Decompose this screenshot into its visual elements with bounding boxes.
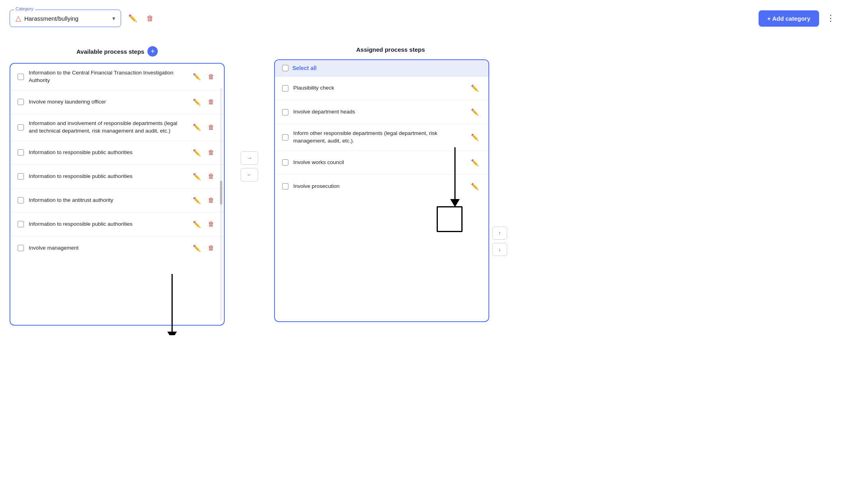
trash-icon: 🗑 (208, 173, 214, 180)
available-item-delete-button[interactable]: 🗑 (206, 170, 217, 182)
assigned-list-item: Involve department heads ✏️ (275, 100, 488, 124)
assigned-list-item: Inform other responsible departments (le… (275, 124, 488, 151)
available-item-delete-button[interactable]: 🗑 (206, 71, 217, 83)
assigned-item-actions: ✏️ (469, 106, 481, 118)
assigned-item-text: Involve works council (293, 159, 464, 166)
delete-category-button[interactable]: 🗑 (144, 12, 156, 25)
assigned-item-edit-button[interactable]: ✏️ (469, 82, 481, 94)
add-category-button[interactable]: + Add category (759, 10, 819, 27)
available-item-delete-button[interactable]: 🗑 (206, 121, 217, 133)
top-bar: Category △ Harassment/bullying ▾ ✏️ 🗑 + … (10, 10, 837, 27)
select-all-checkbox[interactable] (282, 65, 288, 71)
available-item-edit-button[interactable]: ✏️ (190, 194, 203, 207)
available-item-checkbox[interactable] (18, 245, 24, 251)
available-item-delete-button[interactable]: 🗑 (206, 96, 217, 108)
available-item-actions: ✏️ 🗑 (190, 242, 217, 254)
available-item-text: Information to responsible public author… (29, 221, 186, 228)
assigned-item-edit-button[interactable]: ✏️ (469, 106, 481, 118)
sort-down-button[interactable]: ↓ (492, 243, 507, 256)
available-item-checkbox[interactable] (18, 173, 24, 180)
available-item-delete-button[interactable]: 🗑 (206, 218, 217, 230)
sort-arrows: ↑ ↓ (492, 59, 507, 256)
assigned-item-text: Involve department heads (293, 108, 464, 116)
assigned-panel: Select all Plausibility check ✏️ Involve… (274, 59, 489, 322)
sort-down-icon: ↓ (498, 246, 501, 252)
add-step-button[interactable]: + (147, 46, 158, 57)
assigned-item-checkbox[interactable] (282, 183, 288, 189)
arrow-left-icon: ← (247, 172, 252, 178)
available-item-actions: ✏️ 🗑 (190, 218, 217, 231)
available-item-edit-button[interactable]: ✏️ (190, 242, 203, 254)
scrollbar-thumb[interactable] (220, 181, 222, 205)
available-item-delete-button[interactable]: 🗑 (206, 242, 217, 254)
edit-category-button[interactable]: ✏️ (126, 12, 139, 25)
available-item-checkbox[interactable] (18, 99, 24, 105)
assigned-item-edit-button[interactable]: ✏️ (469, 156, 481, 169)
available-item-edit-button[interactable]: ✏️ (190, 218, 203, 231)
assigned-item-checkbox[interactable] (282, 134, 288, 141)
trash-icon: 🗑 (208, 98, 214, 105)
available-item-text: Information to responsible public author… (29, 149, 186, 156)
available-item-edit-button[interactable]: ✏️ (190, 170, 203, 183)
assigned-item-checkbox[interactable] (282, 159, 288, 166)
assigned-item-text: Inform other responsible departments (le… (293, 130, 464, 145)
assigned-item-checkbox[interactable] (282, 109, 288, 115)
add-category-label: + Add category (767, 15, 810, 22)
assigned-item-text: Plausibility check (293, 84, 464, 92)
trash-icon: 🗑 (208, 197, 214, 204)
arrow-right-icon: → (247, 155, 252, 161)
available-step-list: Information to the Central Financial Tra… (10, 64, 224, 260)
category-icon: △ (16, 14, 21, 23)
main-columns: Available process steps + Information to… (10, 40, 837, 326)
assigned-item-actions: ✏️ (469, 131, 481, 143)
more-options-button[interactable]: ⋮ (824, 11, 837, 26)
pencil-icon: ✏️ (471, 84, 479, 92)
available-item-delete-button[interactable]: 🗑 (206, 194, 217, 206)
assigned-item-checkbox[interactable] (282, 85, 288, 92)
assigned-list-item: Plausibility check ✏️ (275, 76, 488, 100)
pencil-icon: ✏️ (471, 183, 479, 190)
select-all-label: Select all (292, 65, 317, 71)
available-item-checkbox[interactable] (18, 124, 24, 131)
available-item-edit-button[interactable]: ✏️ (190, 121, 203, 133)
sort-up-button[interactable]: ↑ (492, 227, 507, 240)
available-list-item: Information to responsible public author… (10, 141, 224, 165)
assigned-item-edit-button[interactable]: ✏️ (469, 131, 481, 143)
available-list-item: Information to responsible public author… (10, 213, 224, 236)
assigned-item-actions: ✏️ (469, 180, 481, 193)
chevron-down-icon: ▾ (112, 15, 115, 21)
available-item-actions: ✏️ 🗑 (190, 121, 217, 133)
category-label: Category (14, 6, 35, 11)
available-item-edit-button[interactable]: ✏️ (190, 70, 203, 83)
pencil-icon: ✏️ (471, 159, 479, 166)
available-item-edit-button[interactable]: ✏️ (190, 96, 203, 108)
trash-icon: 🗑 (208, 73, 214, 80)
assigned-panel-title: Assigned process steps (274, 46, 507, 53)
available-item-checkbox[interactable] (18, 221, 24, 227)
available-item-actions: ✏️ 🗑 (190, 170, 217, 183)
assigned-item-edit-button[interactable]: ✏️ (469, 180, 481, 193)
pencil-icon: ✏️ (193, 173, 201, 180)
pencil-icon: ✏️ (128, 14, 137, 23)
available-item-text: Involve management (29, 244, 186, 252)
available-panel: Information to the Central Financial Tra… (10, 63, 225, 326)
pencil-icon: ✏️ (193, 73, 201, 80)
available-item-checkbox[interactable] (18, 74, 24, 80)
pencil-icon: ✏️ (193, 149, 201, 156)
scrollbar-track[interactable] (220, 88, 222, 321)
select-all-row[interactable]: Select all (275, 60, 488, 76)
trash-icon: 🗑 (208, 124, 214, 131)
available-item-checkbox[interactable] (18, 197, 24, 203)
available-item-edit-button[interactable]: ✏️ (190, 147, 203, 159)
available-item-actions: ✏️ 🗑 (190, 96, 217, 108)
trash-icon: 🗑 (208, 244, 214, 252)
trash-icon: 🗑 (208, 221, 214, 228)
category-select[interactable]: Category △ Harassment/bullying ▾ (10, 10, 121, 27)
available-item-delete-button[interactable]: 🗑 (206, 147, 217, 158)
svg-marker-1 (167, 332, 177, 335)
available-item-text: Involve money laundering officer (29, 98, 186, 106)
transfer-right-button[interactable]: → (241, 151, 258, 165)
transfer-left-button[interactable]: ← (241, 168, 258, 182)
available-item-text: Information and involvement of responsib… (29, 120, 186, 135)
available-item-checkbox[interactable] (18, 149, 24, 156)
